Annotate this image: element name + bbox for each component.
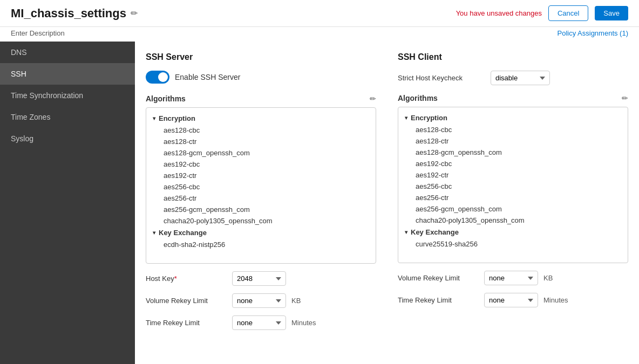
- list-item: aes256-gcm_openssh_com: [398, 203, 628, 215]
- list-item: aes128-gcm_openssh_com: [146, 147, 376, 159]
- edit-title-icon[interactable]: ✏: [131, 8, 138, 18]
- columns-layout: SSH Server Enable SSH Server Algorithms …: [146, 52, 628, 330]
- list-item: aes192-ctr: [146, 170, 376, 181]
- host-key-select[interactable]: 2048 4096: [232, 271, 286, 286]
- sidebar-item-dns[interactable]: DNS: [0, 42, 135, 63]
- strict-host-row: Strict Host Keycheck disable enable: [398, 71, 628, 85]
- ssh-client-key-exchange-label: Key Exchange: [411, 228, 459, 236]
- list-item: aes128-ctr: [146, 136, 376, 147]
- ssh-server-title: SSH Server: [146, 52, 376, 62]
- server-time-rekey-unit: Minutes: [291, 319, 316, 327]
- ssh-client-algorithms-header: Algorithms ✏: [398, 94, 628, 102]
- list-item: aes128-ctr: [398, 135, 628, 147]
- ssh-server-key-exchange-label: Key Exchange: [159, 229, 207, 237]
- encryption-chevron-icon: ▾: [153, 115, 155, 121]
- ssh-client-algorithms-title: Algorithms: [398, 94, 438, 102]
- client-time-rekey-row: Time Rekey Limit none Minutes: [398, 293, 628, 307]
- list-item: aes128-gcm_openssh_com: [398, 147, 628, 158]
- strict-host-select[interactable]: disable enable: [491, 71, 550, 85]
- client-volume-rekey-label: Volume Rekey Limit: [398, 274, 479, 282]
- sidebar-item-time-zones[interactable]: Time Zones: [0, 106, 135, 128]
- enable-ssh-row: Enable SSH Server: [146, 71, 376, 84]
- server-volume-rekey-select[interactable]: none: [232, 293, 286, 308]
- sidebar-item-syslog[interactable]: Syslog: [0, 128, 135, 149]
- ssh-client-algo-box[interactable]: ▾ Encryption aes128-cbc aes128-ctr aes12…: [398, 107, 628, 263]
- host-key-required-marker: *: [174, 274, 177, 283]
- main-layout: DNS SSH Time Synchronization Time Zones …: [0, 42, 639, 364]
- client-volume-rekey-row: Volume Rekey Limit none KB: [398, 271, 628, 285]
- list-item: aes256-gcm_openssh_com: [146, 204, 376, 215]
- list-item: aes256-ctr: [146, 193, 376, 204]
- policy-assignments-link[interactable]: Policy Assignments (1): [558, 29, 629, 37]
- toggle-slider: [146, 71, 169, 84]
- ssh-server-algo-box[interactable]: ▾ Encryption aes128-cbc aes128-ctr aes12…: [146, 107, 376, 264]
- list-item: aes256-cbc: [398, 181, 628, 192]
- list-item: aes128-cbc: [398, 124, 628, 135]
- unsaved-changes-text: You have unsaved changes: [456, 9, 542, 17]
- sidebar: DNS SSH Time Synchronization Time Zones …: [0, 42, 135, 364]
- ssh-client-algorithms-edit-icon[interactable]: ✏: [622, 94, 628, 102]
- cancel-button[interactable]: Cancel: [548, 5, 588, 21]
- host-key-row: Host Key* 2048 4096: [146, 271, 376, 286]
- host-key-label: Host Key*: [146, 274, 227, 283]
- ssh-server-encryption-group[interactable]: ▾ Encryption: [146, 112, 376, 125]
- ssh-client-key-exchange-group[interactable]: ▾ Key Exchange: [398, 226, 628, 238]
- list-item: aes256-ctr: [398, 192, 628, 203]
- list-item: aes192-cbc: [146, 159, 376, 170]
- list-item: aes256-cbc: [146, 181, 376, 193]
- ssh-client-title: SSH Client: [398, 52, 628, 62]
- server-time-rekey-label: Time Rekey Limit: [146, 319, 227, 327]
- strict-host-label: Strict Host Keycheck: [398, 74, 484, 82]
- sidebar-item-ssh[interactable]: SSH: [0, 63, 135, 85]
- ssh-client-encryption-label: Encryption: [411, 114, 447, 122]
- enable-ssh-label: Enable SSH Server: [175, 73, 240, 81]
- ssh-server-algorithms-edit-icon[interactable]: ✏: [370, 94, 376, 103]
- header-left: MI_chassis_settings ✏: [11, 6, 138, 20]
- ssh-server-algorithms-title: Algorithms: [146, 94, 186, 103]
- app-header: MI_chassis_settings ✏ You have unsaved c…: [0, 0, 639, 27]
- client-time-rekey-label: Time Rekey Limit: [398, 296, 479, 304]
- header-right: You have unsaved changes Cancel Save: [456, 5, 628, 21]
- list-item: chacha20-poly1305_openssh_com: [146, 215, 376, 226]
- sidebar-item-time-sync[interactable]: Time Synchronization: [0, 85, 135, 106]
- list-item: aes192-cbc: [398, 158, 628, 169]
- client-volume-rekey-select[interactable]: none: [484, 271, 538, 285]
- enable-ssh-toggle[interactable]: [146, 71, 169, 84]
- key-exchange-chevron-icon: ▾: [153, 230, 155, 236]
- ssh-client-encryption-group[interactable]: ▾ Encryption: [398, 112, 628, 124]
- client-time-rekey-unit: Minutes: [543, 296, 568, 304]
- main-content: SSH Server Enable SSH Server Algorithms …: [135, 42, 639, 364]
- server-volume-rekey-unit: KB: [291, 297, 301, 305]
- list-item: chacha20-poly1305_openssh_com: [398, 215, 628, 226]
- save-button[interactable]: Save: [595, 6, 628, 20]
- sub-header: Enter Description Policy Assignments (1): [0, 27, 639, 42]
- server-volume-rekey-row: Volume Rekey Limit none KB: [146, 293, 376, 308]
- ssh-server-algorithms-header: Algorithms ✏: [146, 94, 376, 103]
- ssh-server-column: SSH Server Enable SSH Server Algorithms …: [146, 52, 376, 330]
- list-item: aes192-ctr: [398, 169, 628, 181]
- list-item: aes128-cbc: [146, 125, 376, 136]
- description-text: Enter Description: [11, 29, 65, 37]
- ssh-server-key-exchange-group[interactable]: ▾ Key Exchange: [146, 226, 376, 239]
- ssh-client-column: SSH Client Strict Host Keycheck disable …: [398, 52, 628, 330]
- server-time-rekey-row: Time Rekey Limit none Minutes: [146, 315, 376, 330]
- client-time-rekey-select[interactable]: none: [484, 293, 538, 307]
- client-volume-rekey-unit: KB: [543, 274, 553, 282]
- client-key-exchange-chevron-icon: ▾: [405, 229, 407, 235]
- client-encryption-chevron-icon: ▾: [405, 115, 407, 121]
- ssh-server-encryption-label: Encryption: [159, 114, 195, 122]
- list-item: curve25519-sha256: [398, 238, 628, 250]
- list-item: ecdh-sha2-nistp256: [146, 239, 376, 250]
- page-title: MI_chassis_settings: [11, 6, 126, 20]
- server-volume-rekey-label: Volume Rekey Limit: [146, 297, 227, 305]
- server-time-rekey-select[interactable]: none: [232, 315, 286, 330]
